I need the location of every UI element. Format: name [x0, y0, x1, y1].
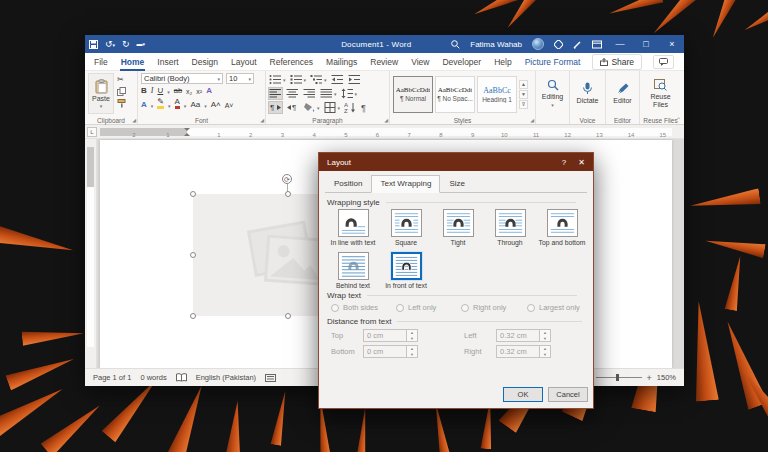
word-count[interactable]: 0 words: [140, 373, 166, 382]
font-name-combo[interactable]: Calibri (Body)▾: [141, 73, 223, 84]
maximize-button[interactable]: □: [638, 39, 654, 49]
wrap-option-through[interactable]: Through: [484, 209, 536, 246]
format-painter-icon[interactable]: [117, 99, 126, 108]
ribbon-tab-insert[interactable]: Insert: [156, 55, 179, 69]
tab-selector[interactable]: L: [87, 127, 97, 137]
rotate-handle[interactable]: ⟳: [282, 174, 292, 184]
numbering-icon[interactable]: ▾: [290, 74, 307, 85]
ink-pen-icon[interactable]: [573, 40, 582, 49]
reuse-files-button[interactable]: Reuse Files: [643, 73, 678, 114]
customize-qat-icon[interactable]: ▬▾: [137, 41, 146, 47]
styles-scroll-up-icon[interactable]: ▲: [519, 80, 528, 89]
distance-bottom-input[interactable]: 0 cm▲▼: [363, 345, 418, 358]
radio-left-only[interactable]: Left only: [396, 303, 436, 312]
dialog-title-bar[interactable]: Layout ? ✕: [319, 153, 593, 171]
ribbon-tab-home[interactable]: Home: [120, 55, 146, 69]
dialog-tab-position[interactable]: Position: [325, 175, 371, 193]
style-no-spacing[interactable]: AaBbCcDdt ¶ No Spac...: [435, 76, 475, 113]
editor-button[interactable]: Editor: [609, 73, 636, 114]
horizontal-ruler[interactable]: L 21 123456789101112131415: [85, 125, 684, 139]
font-dialog-launcher-icon[interactable]: ◢: [260, 117, 264, 123]
zoom-slider[interactable]: [596, 377, 642, 378]
wrap-option-square[interactable]: Square: [380, 209, 432, 246]
distance-right-input[interactable]: 0.32 cm▲▼: [496, 345, 551, 358]
wrap-option-tight[interactable]: Tight: [432, 209, 484, 246]
zoom-in-icon[interactable]: +: [647, 373, 652, 383]
ribbon-tab-file[interactable]: File: [93, 55, 109, 69]
ribbon-tab-layout[interactable]: Layout: [230, 55, 258, 69]
ribbon-tab-view[interactable]: View: [410, 55, 430, 69]
subscript-icon[interactable]: x₂: [186, 88, 192, 95]
distance-top-input[interactable]: 0 cm▲▼: [363, 329, 418, 342]
bullets-icon[interactable]: ▾: [269, 74, 286, 85]
share-button[interactable]: Share: [592, 54, 642, 70]
redo-icon[interactable]: ↻: [122, 39, 130, 49]
language-indicator[interactable]: English (Pakistan): [196, 373, 256, 382]
search-icon[interactable]: [451, 40, 460, 49]
page-indicator[interactable]: Page 1 of 1: [93, 373, 131, 382]
styles-more-icon[interactable]: ⊽: [519, 100, 528, 109]
justify-icon[interactable]: ▾: [320, 88, 337, 99]
highlight-color-icon[interactable]: ✎: [157, 97, 164, 109]
minimize-button[interactable]: —: [612, 39, 628, 49]
ribbon-display-options-icon[interactable]: [592, 40, 602, 49]
shading-icon[interactable]: ▾: [303, 102, 320, 113]
styles-scroll-down-icon[interactable]: ▼: [519, 90, 528, 99]
decrease-indent-icon[interactable]: [331, 74, 344, 85]
dialog-close-button[interactable]: ✕: [578, 158, 585, 167]
copy-icon[interactable]: [117, 87, 126, 96]
text-effects-icon[interactable]: A: [206, 86, 212, 95]
ribbon-tab-help[interactable]: Help: [493, 55, 512, 69]
distance-left-input[interactable]: 0.32 cm▲▼: [496, 329, 551, 342]
change-case-icon[interactable]: Aa: [190, 100, 200, 109]
cut-icon[interactable]: ✂: [117, 75, 126, 84]
ribbon-tab-picture-format[interactable]: Picture Format: [524, 55, 582, 69]
dictate-button[interactable]: Dictate: [573, 73, 602, 114]
wrap-option-in-front-of-text[interactable]: In front of text: [380, 252, 432, 289]
bold-icon[interactable]: B: [141, 86, 147, 95]
resize-handle-top-left[interactable]: [190, 191, 196, 197]
align-center-icon[interactable]: [286, 88, 299, 99]
paste-button[interactable]: Paste ▾: [88, 73, 114, 114]
style-normal[interactable]: AaBbCcDdt ¶ Normal: [393, 76, 433, 113]
collapse-ribbon-icon[interactable]: ⌃: [676, 116, 681, 123]
save-icon[interactable]: [89, 40, 98, 49]
superscript-icon[interactable]: x²: [196, 88, 202, 95]
left-to-right-icon[interactable]: ¶: [269, 102, 282, 113]
increase-indent-icon[interactable]: [348, 74, 361, 85]
wrap-option-top-bottom[interactable]: Top and bottom: [536, 209, 588, 246]
radio-right-only[interactable]: Right only: [461, 303, 506, 312]
grow-font-icon[interactable]: A˄: [211, 100, 221, 109]
zoom-slider-thumb[interactable]: [616, 374, 619, 381]
borders-icon[interactable]: ▾: [324, 102, 341, 113]
font-color-icon[interactable]: A: [175, 97, 180, 109]
clipboard-dialog-launcher-icon[interactable]: ◢: [132, 117, 136, 123]
dialog-help-button[interactable]: ?: [562, 158, 566, 167]
ribbon-tab-developer[interactable]: Developer: [441, 55, 482, 69]
font-size-combo[interactable]: 10▾: [226, 73, 254, 84]
line-spacing-icon[interactable]: ▾: [341, 88, 358, 99]
ribbon-tab-design[interactable]: Design: [191, 55, 219, 69]
editing-button[interactable]: Editing ▾: [539, 73, 566, 114]
wrap-option-inline[interactable]: In line with text: [327, 209, 379, 246]
coming-soon-icon[interactable]: [554, 40, 563, 49]
resize-handle-top-mid[interactable]: [285, 191, 291, 197]
radio-both-sides[interactable]: Both sides: [331, 303, 378, 312]
ribbon-tab-mailings[interactable]: Mailings: [325, 55, 358, 69]
dialog-tab-size[interactable]: Size: [440, 175, 474, 193]
user-name[interactable]: Fatima Wahab: [470, 40, 522, 49]
indent-markers[interactable]: [184, 128, 190, 136]
ribbon-tab-review[interactable]: Review: [369, 55, 399, 69]
comments-button[interactable]: [653, 55, 674, 69]
keyboard-icon[interactable]: [265, 374, 276, 382]
italic-icon[interactable]: I: [151, 86, 154, 95]
proofing-icon[interactable]: [176, 373, 187, 382]
wrap-option-behind-text[interactable]: Behind text: [327, 252, 379, 289]
paragraph-dialog-launcher-icon[interactable]: ◢: [384, 117, 388, 123]
show-paragraph-marks-icon[interactable]: ¶: [361, 103, 366, 113]
zoom-level[interactable]: 150%: [657, 373, 676, 382]
resize-handle-mid-left[interactable]: [190, 252, 196, 258]
close-button[interactable]: ×: [664, 39, 680, 49]
strikethrough-icon[interactable]: ab: [174, 86, 182, 95]
radio-largest-only[interactable]: Largest only: [527, 303, 580, 312]
